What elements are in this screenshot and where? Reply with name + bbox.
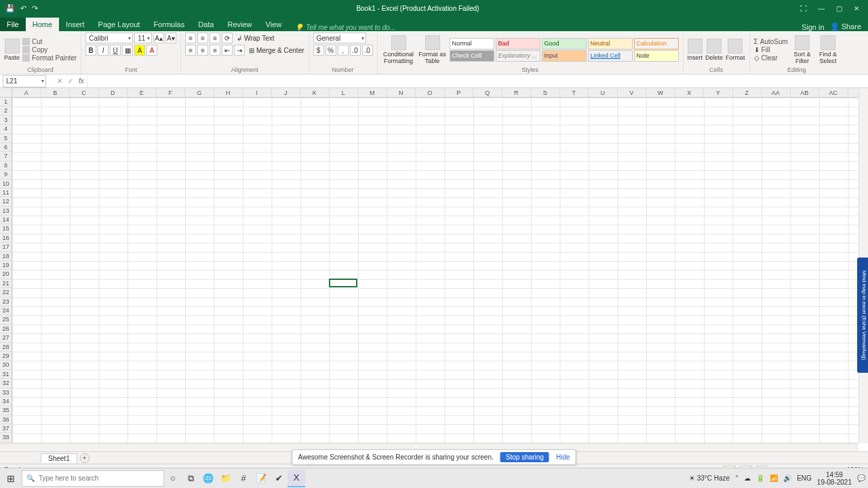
row-header[interactable]: 32 bbox=[0, 379, 12, 388]
increase-decimal-button[interactable]: .0 bbox=[350, 45, 361, 56]
number-format-select[interactable]: General bbox=[313, 33, 366, 43]
tab-home[interactable]: Home bbox=[26, 18, 59, 31]
col-header[interactable]: O bbox=[416, 88, 445, 97]
taskbar-clock[interactable]: 14:59 19-08-2021 bbox=[817, 471, 852, 486]
close-icon[interactable]: ✕ bbox=[852, 5, 861, 12]
col-header[interactable]: V bbox=[618, 88, 647, 97]
onedrive-icon[interactable]: ☁ bbox=[744, 474, 751, 482]
hide-sharing-button[interactable]: Hide bbox=[556, 453, 570, 461]
enter-formula-icon[interactable]: ✓ bbox=[68, 77, 73, 85]
row-header[interactable]: 35 bbox=[0, 406, 12, 415]
row-header[interactable]: 7 bbox=[0, 152, 12, 161]
col-header[interactable]: H bbox=[214, 88, 243, 97]
col-header[interactable]: A bbox=[12, 88, 41, 97]
row-header[interactable]: 14 bbox=[0, 216, 12, 224]
fx-icon[interactable]: fx bbox=[79, 77, 84, 85]
autosum-button[interactable]: ΣAutoSum bbox=[754, 38, 788, 45]
row-header[interactable]: 1 bbox=[0, 98, 12, 106]
row-header[interactable]: 34 bbox=[0, 397, 12, 406]
row-header[interactable]: 25 bbox=[0, 315, 12, 324]
delete-cells-button[interactable]: Delete bbox=[705, 39, 723, 61]
task-view-icon[interactable]: ⧉ bbox=[182, 470, 199, 487]
style-explanatory[interactable]: Explanatory ... bbox=[496, 50, 540, 62]
stop-sharing-button[interactable]: Stop sharing bbox=[500, 452, 549, 462]
row-header[interactable]: 29 bbox=[0, 352, 12, 361]
col-header[interactable]: T bbox=[560, 88, 589, 97]
row-header[interactable]: 6 bbox=[0, 143, 12, 152]
col-header[interactable]: E bbox=[127, 88, 157, 97]
align-center-button[interactable]: ≡ bbox=[197, 45, 208, 56]
col-header[interactable]: Z bbox=[733, 88, 762, 97]
redo-icon[interactable]: ↷ bbox=[32, 4, 38, 13]
align-top-button[interactable]: ≡ bbox=[185, 33, 196, 43]
notifications-icon[interactable]: 💬 bbox=[857, 474, 865, 482]
todo-icon[interactable]: ✔ bbox=[270, 470, 288, 487]
spreadsheet-grid[interactable]: ABCDEFGHIJKLMNOPQRSTUVWXYZAAABAC 1234567… bbox=[0, 88, 868, 451]
style-note[interactable]: Note bbox=[634, 50, 679, 62]
col-header[interactable]: S bbox=[531, 88, 560, 97]
col-header[interactable]: N bbox=[387, 88, 416, 97]
sign-in-link[interactable]: Sign in bbox=[802, 23, 825, 31]
comma-button[interactable]: , bbox=[338, 45, 349, 56]
align-right-button[interactable]: ≡ bbox=[210, 45, 220, 56]
row-header[interactable]: 9 bbox=[0, 170, 12, 179]
merge-center-button[interactable]: ⊞ Merge & Center bbox=[249, 47, 304, 54]
row-header[interactable]: 12 bbox=[0, 197, 12, 206]
percent-button[interactable]: % bbox=[326, 45, 336, 56]
cancel-formula-icon[interactable]: ✕ bbox=[57, 77, 62, 85]
ribbon-options-icon[interactable]: ⛶ bbox=[799, 5, 808, 12]
sticky-notes-icon[interactable]: 📝 bbox=[252, 470, 270, 487]
row-header[interactable]: 20 bbox=[0, 270, 12, 279]
row-header[interactable]: 22 bbox=[0, 288, 12, 297]
tab-view[interactable]: View bbox=[259, 18, 289, 31]
row-header[interactable]: 27 bbox=[0, 333, 12, 342]
share-button[interactable]: 👤 Share bbox=[830, 22, 861, 31]
find-select-button[interactable]: Find & Select bbox=[816, 35, 840, 64]
tab-data[interactable]: Data bbox=[191, 18, 220, 31]
row-header[interactable]: 17 bbox=[0, 243, 12, 251]
col-header[interactable]: AC bbox=[819, 88, 848, 97]
save-icon[interactable]: 💾 bbox=[5, 4, 15, 13]
row-header[interactable]: 3 bbox=[0, 116, 12, 125]
row-header[interactable]: 2 bbox=[0, 106, 12, 115]
row-header[interactable]: 10 bbox=[0, 180, 12, 188]
col-header[interactable]: Y bbox=[704, 88, 733, 97]
sort-filter-button[interactable]: Sort & Filter bbox=[791, 35, 814, 64]
minimize-icon[interactable]: — bbox=[816, 5, 826, 12]
col-header[interactable]: U bbox=[589, 88, 618, 97]
italic-button[interactable]: I bbox=[98, 45, 108, 56]
col-header[interactable]: P bbox=[445, 88, 474, 97]
row-header[interactable]: 21 bbox=[0, 279, 12, 288]
start-button[interactable]: ⊞ bbox=[0, 468, 22, 489]
col-header[interactable]: C bbox=[70, 88, 99, 97]
font-color-button[interactable]: A bbox=[146, 45, 157, 56]
col-header[interactable]: K bbox=[300, 88, 330, 97]
row-header[interactable]: 23 bbox=[0, 298, 12, 306]
slack-icon[interactable]: # bbox=[235, 470, 252, 487]
row-header[interactable]: 11 bbox=[0, 188, 12, 197]
conditional-formatting-button[interactable]: Conditional Formatting bbox=[382, 35, 416, 64]
chrome-icon[interactable]: 🌐 bbox=[199, 470, 217, 487]
increase-font-button[interactable]: A▴ bbox=[153, 33, 164, 43]
row-header[interactable]: 24 bbox=[0, 306, 12, 315]
copy-button[interactable]: Copy bbox=[22, 46, 77, 54]
col-header[interactable]: R bbox=[502, 88, 532, 97]
col-header[interactable]: X bbox=[675, 88, 705, 97]
row-header[interactable]: 30 bbox=[0, 361, 12, 369]
col-header[interactable]: AA bbox=[762, 88, 791, 97]
tell-me-search[interactable]: 💡Tell me what you want to do... bbox=[295, 24, 395, 31]
sheet-tab-sheet1[interactable]: Sheet1 bbox=[41, 453, 77, 463]
row-header[interactable]: 28 bbox=[0, 343, 12, 352]
side-panel-tab[interactable]: Mind map in excel (Esha Verma/Aug) bbox=[857, 258, 868, 373]
wifi-icon[interactable]: 📶 bbox=[770, 474, 778, 482]
excel-icon[interactable]: X bbox=[288, 470, 305, 487]
col-header[interactable]: M bbox=[358, 88, 387, 97]
clear-button[interactable]: ◇Clear bbox=[754, 54, 788, 62]
row-header[interactable]: 38 bbox=[0, 433, 12, 442]
decrease-font-button[interactable]: A▾ bbox=[165, 33, 176, 43]
row-header[interactable]: 19 bbox=[0, 261, 12, 270]
cells-area[interactable] bbox=[12, 98, 859, 443]
style-input[interactable]: Input bbox=[542, 50, 587, 62]
style-good[interactable]: Good bbox=[542, 38, 587, 49]
col-header[interactable]: F bbox=[157, 88, 186, 97]
